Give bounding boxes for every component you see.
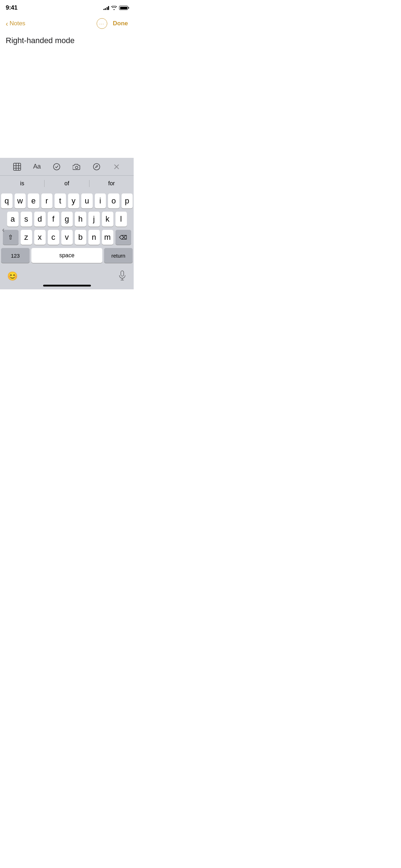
key-row-1: q w e r t y u i o p: [1, 193, 133, 208]
wifi-icon: [111, 6, 117, 10]
key-c[interactable]: c: [48, 230, 59, 245]
predictive-item-is[interactable]: is: [0, 180, 44, 187]
return-key[interactable]: return: [104, 248, 133, 263]
key-t[interactable]: t: [55, 193, 66, 208]
key-a[interactable]: a: [7, 212, 19, 227]
svg-rect-0: [14, 163, 21, 170]
emoji-button[interactable]: 😊: [7, 271, 18, 281]
toolbar-close-button[interactable]: [113, 163, 120, 171]
key-u[interactable]: u: [81, 193, 93, 208]
key-o[interactable]: o: [108, 193, 119, 208]
key-g[interactable]: g: [61, 212, 73, 227]
key-h[interactable]: h: [75, 212, 86, 227]
svg-rect-10: [121, 271, 124, 276]
table-button[interactable]: [13, 163, 21, 171]
space-key[interactable]: space: [31, 248, 102, 263]
checklist-button[interactable]: [53, 163, 61, 171]
markup-button[interactable]: [93, 163, 101, 171]
key-f[interactable]: f: [48, 212, 59, 227]
note-title: Right-handed mode: [6, 36, 128, 46]
predictive-bar: is of for: [0, 176, 134, 191]
battery-icon: [119, 6, 128, 10]
key-m[interactable]: m: [102, 230, 113, 245]
predictive-item-of[interactable]: of: [45, 180, 89, 187]
status-icons: [103, 6, 128, 10]
key-v[interactable]: v: [61, 230, 73, 245]
key-p[interactable]: p: [122, 193, 133, 208]
formatting-toolbar: Aa: [0, 158, 134, 176]
key-row-2: a s d f g h j k l: [1, 212, 133, 227]
key-q[interactable]: q: [1, 193, 12, 208]
predictive-item-for[interactable]: for: [89, 180, 134, 187]
key-row-4: 123 space return: [1, 248, 133, 263]
key-r[interactable]: r: [41, 193, 53, 208]
signal-icon: [103, 6, 109, 10]
key-e[interactable]: e: [28, 193, 39, 208]
mic-button[interactable]: [118, 270, 127, 282]
status-time: 9:41: [6, 4, 17, 11]
key-row-3: ⇧ z x c v b n m ⌫: [1, 230, 133, 245]
key-d[interactable]: d: [34, 212, 46, 227]
key-y[interactable]: y: [68, 193, 79, 208]
key-z[interactable]: z: [21, 230, 32, 245]
key-b[interactable]: b: [75, 230, 86, 245]
key-k[interactable]: k: [102, 212, 113, 227]
nav-bar: ‹ Notes ··· Done: [0, 16, 134, 31]
nav-right: ··· Done: [97, 18, 128, 29]
home-indicator: [43, 285, 91, 286]
svg-point-5: [53, 164, 60, 170]
key-l[interactable]: l: [115, 212, 127, 227]
key-j[interactable]: j: [88, 212, 100, 227]
key-x[interactable]: x: [34, 230, 46, 245]
back-label: Notes: [10, 20, 25, 27]
note-content[interactable]: Right-handed mode: [0, 31, 134, 50]
camera-button[interactable]: [73, 163, 81, 171]
bottom-bar: 😊: [0, 268, 134, 283]
done-button[interactable]: Done: [113, 20, 128, 27]
back-button[interactable]: ‹ Notes: [6, 20, 25, 27]
more-icon: ···: [99, 21, 104, 26]
svg-point-6: [75, 166, 78, 169]
num-key[interactable]: 123: [1, 248, 30, 263]
key-w[interactable]: w: [15, 193, 26, 208]
format-button[interactable]: Aa: [33, 163, 41, 170]
status-bar: 9:41: [0, 0, 134, 16]
format-label: Aa: [33, 163, 41, 170]
key-n[interactable]: n: [88, 230, 100, 245]
chevron-left-icon: ‹: [6, 20, 8, 27]
delete-key[interactable]: ⌫: [115, 230, 131, 245]
more-button[interactable]: ···: [97, 18, 107, 29]
keyboard-left-arrow[interactable]: ‹: [0, 222, 7, 237]
svg-point-7: [93, 164, 100, 170]
key-i[interactable]: i: [95, 193, 106, 208]
key-rows: ‹ q w e r t y u i o p a s d f g h j k l: [0, 191, 134, 268]
keyboard: is of for ‹ q w e r t y u i o p a s d f …: [0, 176, 134, 289]
key-s[interactable]: s: [21, 212, 32, 227]
